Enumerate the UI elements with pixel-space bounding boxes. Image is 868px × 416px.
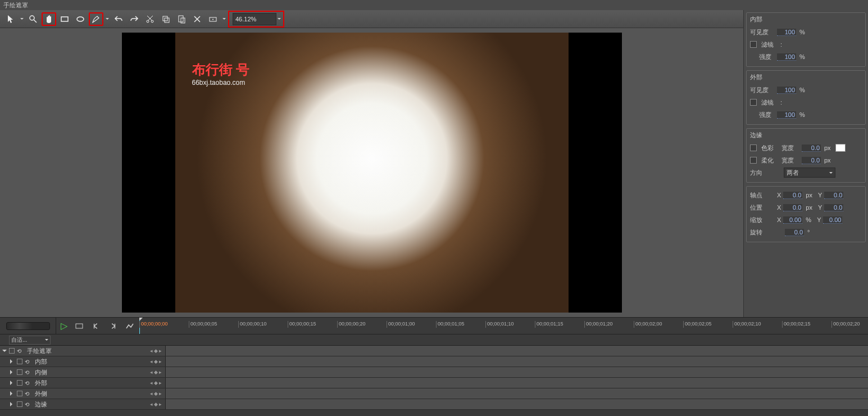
pen-tool[interactable] bbox=[89, 12, 103, 26]
cut-icon[interactable] bbox=[143, 12, 157, 26]
edge-color-checkbox[interactable] bbox=[750, 144, 757, 151]
edge-width-value[interactable]: 0.0 bbox=[802, 144, 821, 152]
aspect-icon[interactable] bbox=[206, 12, 220, 26]
scale-y-value[interactable]: 0.00 bbox=[823, 216, 842, 224]
ruler-tick[interactable]: 00;00;00;00 bbox=[139, 321, 168, 328]
kf-prev-icon[interactable]: ◂ bbox=[150, 401, 153, 407]
scale-x-value[interactable]: 0.00 bbox=[783, 216, 802, 224]
kf-add-icon[interactable]: ◆ bbox=[154, 369, 158, 375]
kf-add-icon[interactable]: ◆ bbox=[154, 391, 158, 396]
track-row[interactable]: ⟲边缘◂◆▸ bbox=[0, 399, 868, 410]
scrub-wheel[interactable] bbox=[6, 322, 50, 330]
timeline-ruler[interactable]: 00;00;00;0000;00;00;0500;00;00;1000;00;0… bbox=[139, 318, 868, 334]
track-enable-checkbox[interactable] bbox=[17, 369, 22, 375]
ruler-tick[interactable]: 00;00;01;05 bbox=[436, 321, 465, 328]
ruler-tick[interactable]: 00;00;02;20 bbox=[831, 321, 860, 328]
ruler-tick[interactable]: 00;00;00;15 bbox=[288, 321, 316, 328]
ruler-tick[interactable]: 00;00;02;15 bbox=[782, 321, 811, 328]
kf-next-icon[interactable]: ▸ bbox=[159, 391, 162, 396]
ruler-tick[interactable]: 00;00;02;00 bbox=[634, 321, 662, 328]
ruler-tick[interactable]: 00;00;02;05 bbox=[683, 321, 712, 328]
loop-icon[interactable] bbox=[74, 321, 84, 331]
pivot-x-value[interactable]: 0.0 bbox=[783, 192, 802, 199]
zoom-tool-icon[interactable] bbox=[26, 12, 40, 26]
track-lane[interactable] bbox=[166, 388, 868, 399]
copy-icon[interactable] bbox=[158, 12, 173, 26]
zoom-level-input[interactable]: 46.12% bbox=[233, 13, 276, 25]
outer-intensity-value[interactable]: 100 bbox=[777, 111, 796, 119]
kf-next-icon[interactable]: ▸ bbox=[159, 401, 162, 407]
edge-direction-select[interactable]: 两者 bbox=[784, 168, 835, 178]
kf-add-icon[interactable]: ◆ bbox=[154, 401, 158, 407]
track-reset-icon[interactable]: ⟲ bbox=[17, 348, 25, 354]
delete-icon[interactable] bbox=[190, 12, 204, 26]
canvas[interactable]: 布行街 号 66bxj.taobao.com bbox=[0, 28, 743, 317]
expand-toggle-icon[interactable] bbox=[10, 402, 15, 406]
track-lane[interactable] bbox=[166, 399, 868, 409]
aspect-dropdown[interactable] bbox=[221, 12, 227, 26]
track-enable-checkbox[interactable] bbox=[17, 401, 22, 407]
track-row[interactable]: ⟲外部◂◆▸ bbox=[0, 378, 868, 388]
edge-soften-checkbox[interactable] bbox=[750, 157, 757, 164]
rectangle-tool-icon[interactable] bbox=[57, 12, 72, 26]
ruler-tick[interactable]: 00;00;01;15 bbox=[535, 321, 563, 328]
prev-keyframe-icon[interactable] bbox=[91, 321, 101, 331]
ellipse-tool-icon[interactable] bbox=[73, 12, 88, 26]
kf-prev-icon[interactable]: ◂ bbox=[150, 391, 153, 396]
track-row[interactable]: ⟲手绘遮罩◂◆▸ bbox=[0, 346, 868, 356]
position-y-value[interactable]: 0.0 bbox=[824, 204, 843, 211]
inner-visibility-value[interactable]: 100 bbox=[777, 29, 796, 36]
edge-soften-value[interactable]: 0.0 bbox=[802, 157, 821, 164]
kf-next-icon[interactable]: ▸ bbox=[159, 380, 162, 386]
timeline-mode-select[interactable]: 自适... bbox=[9, 336, 51, 345]
track-reset-icon[interactable]: ⟲ bbox=[25, 401, 33, 408]
position-x-value[interactable]: 0.0 bbox=[783, 204, 802, 211]
inner-intensity-value[interactable]: 100 bbox=[777, 53, 796, 61]
next-keyframe-icon[interactable] bbox=[108, 321, 118, 331]
ruler-tick[interactable]: 00;00;01;10 bbox=[485, 321, 514, 328]
zoom-dropdown[interactable] bbox=[276, 12, 282, 26]
kf-next-icon[interactable]: ▸ bbox=[159, 369, 162, 375]
kf-add-icon[interactable]: ◆ bbox=[154, 380, 158, 386]
kf-prev-icon[interactable]: ◂ bbox=[150, 369, 153, 375]
kf-prev-icon[interactable]: ◂ bbox=[150, 359, 153, 364]
outer-visibility-value[interactable]: 100 bbox=[777, 87, 796, 94]
expand-toggle-icon[interactable] bbox=[10, 391, 15, 396]
expand-toggle-icon[interactable] bbox=[2, 350, 7, 354]
paste-icon[interactable] bbox=[174, 12, 189, 26]
kf-next-icon[interactable]: ▸ bbox=[159, 348, 162, 354]
track-enable-checkbox[interactable] bbox=[17, 391, 22, 396]
pivot-y-value[interactable]: 0.0 bbox=[824, 192, 843, 199]
track-lane[interactable] bbox=[166, 356, 868, 367]
ruler-tick[interactable]: 00;00;02;10 bbox=[733, 321, 761, 328]
track-enable-checkbox[interactable] bbox=[17, 380, 22, 386]
ruler-tick[interactable]: 00;00;00;05 bbox=[189, 321, 217, 328]
expand-toggle-icon[interactable] bbox=[10, 381, 15, 385]
track-enable-checkbox[interactable] bbox=[9, 348, 15, 354]
pointer-tool-dropdown[interactable] bbox=[19, 12, 25, 26]
inner-filter-checkbox[interactable] bbox=[750, 41, 757, 48]
play-button[interactable]: ▷ bbox=[61, 320, 67, 331]
kf-add-icon[interactable]: ◆ bbox=[154, 359, 158, 364]
ruler-tick[interactable]: 00;00;00;20 bbox=[337, 321, 366, 328]
track-enable-checkbox[interactable] bbox=[17, 359, 22, 364]
track-lane[interactable] bbox=[166, 346, 868, 356]
track-row[interactable]: ⟲内侧◂◆▸ bbox=[0, 367, 868, 378]
redo-icon[interactable] bbox=[127, 12, 142, 26]
track-reset-icon[interactable]: ⟲ bbox=[25, 391, 33, 397]
graph-icon[interactable] bbox=[125, 321, 135, 331]
expand-toggle-icon[interactable] bbox=[10, 370, 15, 374]
pen-tool-dropdown[interactable] bbox=[104, 12, 110, 26]
kf-prev-icon[interactable]: ◂ bbox=[150, 348, 153, 354]
track-lane[interactable] bbox=[166, 378, 868, 388]
ruler-tick[interactable]: 00;00;01;00 bbox=[387, 321, 415, 328]
track-reset-icon[interactable]: ⟲ bbox=[25, 359, 33, 365]
hand-tool[interactable] bbox=[42, 12, 56, 26]
kf-add-icon[interactable]: ◆ bbox=[154, 348, 158, 354]
edge-color-swatch[interactable] bbox=[835, 144, 846, 152]
kf-prev-icon[interactable]: ◂ bbox=[150, 380, 153, 386]
track-row[interactable]: ⟲内部◂◆▸ bbox=[0, 356, 868, 367]
kf-next-icon[interactable]: ▸ bbox=[159, 359, 162, 364]
pointer-tool[interactable] bbox=[3, 12, 18, 26]
ruler-tick[interactable]: 00;00;01;20 bbox=[584, 321, 613, 328]
